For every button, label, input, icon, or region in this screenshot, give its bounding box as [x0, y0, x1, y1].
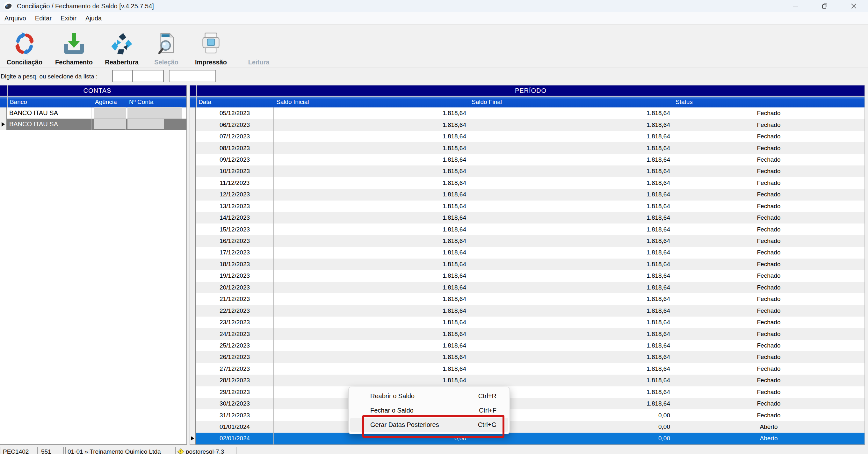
toolbar-fechamento-button[interactable]: Fechamento	[49, 26, 99, 66]
status-cell[interactable]: Fechado	[673, 374, 865, 386]
status-cell[interactable]: Fechado	[673, 398, 865, 410]
saldo-inicial-cell[interactable]: 1.818,64	[274, 340, 469, 351]
bank-name-cell[interactable]: BANCO ITAU SA	[7, 108, 91, 119]
restore-button[interactable]	[810, 0, 839, 12]
saldo-inicial-cell[interactable]: 1.818,64	[274, 247, 469, 258]
contas-table-row[interactable]: BANCO ITAU SA	[0, 108, 186, 119]
status-cell[interactable]: Fechado	[673, 410, 865, 421]
saldo-inicial-cell[interactable]: 1.818,64	[274, 223, 469, 235]
column-header-saldo-final[interactable]: Saldo Final	[470, 97, 674, 108]
saldo-final-cell[interactable]: 1.818,64	[469, 177, 673, 189]
date-cell[interactable]: 12/12/2023	[196, 189, 274, 200]
column-header-banco[interactable]: Banco	[8, 97, 93, 108]
saldo-inicial-cell[interactable]: 1.818,64	[274, 154, 469, 165]
status-cell[interactable]: Fechado	[673, 131, 865, 142]
status-cell[interactable]: Fechado	[673, 305, 865, 316]
toolbar-reabertura-button[interactable]: Reabertura	[99, 26, 144, 66]
date-cell[interactable]: 10/12/2023	[196, 165, 274, 177]
date-cell[interactable]: 27/12/2023	[196, 363, 274, 374]
date-cell[interactable]: 08/12/2023	[196, 142, 274, 154]
saldo-inicial-cell[interactable]: 1.818,64	[274, 212, 469, 223]
periodo-table-row[interactable]: 28/12/20231.818,641.818,64Fechado	[190, 374, 865, 386]
row-selector-cell[interactable]	[190, 235, 196, 247]
row-selector-cell[interactable]	[190, 374, 196, 386]
date-cell[interactable]: 15/12/2023	[196, 223, 274, 235]
row-selector-cell[interactable]	[190, 386, 196, 398]
date-cell[interactable]: 11/12/2023	[196, 177, 274, 189]
saldo-inicial-cell[interactable]: 1.818,64	[274, 119, 469, 130]
saldo-inicial-cell[interactable]: 1.818,64	[274, 259, 469, 270]
row-selector-cell[interactable]	[190, 247, 196, 258]
date-cell[interactable]: 20/12/2023	[196, 282, 274, 293]
date-cell[interactable]: 02/01/2024	[196, 433, 274, 444]
saldo-final-cell[interactable]: 1.818,64	[469, 351, 673, 363]
menu-arquivo[interactable]: Arquivo	[0, 12, 31, 24]
menu-ajuda[interactable]: Ajuda	[81, 12, 106, 24]
saldo-final-cell[interactable]: 1.818,64	[469, 108, 673, 119]
status-cell[interactable]: Fechado	[673, 108, 865, 119]
status-cell[interactable]: Fechado	[673, 340, 865, 351]
status-cell[interactable]: Aberto	[673, 433, 865, 444]
date-cell[interactable]: 16/12/2023	[196, 235, 274, 247]
saldo-final-cell[interactable]: 1.818,64	[469, 293, 673, 305]
row-selector-cell[interactable]	[0, 108, 7, 119]
date-cell[interactable]: 09/12/2023	[196, 154, 274, 165]
status-cell[interactable]: Fechado	[673, 363, 865, 374]
row-selector-cell[interactable]	[190, 293, 196, 305]
status-cell[interactable]: Fechado	[673, 212, 865, 223]
search-input-account[interactable]	[169, 70, 216, 82]
saldo-final-cell[interactable]: 1.818,64	[469, 374, 673, 386]
status-cell[interactable]: Fechado	[673, 293, 865, 305]
periodo-table-row[interactable]: 01/01/20240,000,00Aberto	[190, 421, 865, 433]
date-cell[interactable]: 30/12/2023	[196, 398, 274, 410]
periodo-table-row[interactable]: 20/12/20231.818,641.818,64Fechado	[190, 282, 865, 293]
row-selector-cell[interactable]	[190, 154, 196, 165]
saldo-inicial-cell[interactable]: 1.818,64	[274, 328, 469, 339]
saldo-inicial-cell[interactable]: 1.818,64	[274, 201, 469, 212]
row-selector-cell[interactable]	[190, 316, 196, 328]
status-cell[interactable]: Fechado	[673, 270, 865, 281]
row-selector-cell[interactable]	[190, 351, 196, 363]
status-cell[interactable]: Fechado	[673, 316, 865, 328]
periodo-table-row[interactable]: 17/12/20231.818,641.818,64Fechado	[190, 247, 865, 258]
periodo-table-row[interactable]: 06/12/20231.818,641.818,64Fechado	[190, 119, 865, 130]
saldo-final-cell[interactable]: 1.818,64	[469, 223, 673, 235]
periodo-table-row[interactable]: 14/12/20231.818,641.818,64Fechado	[190, 212, 865, 223]
menu-editar[interactable]: Editar	[31, 12, 56, 24]
row-selector-cell[interactable]	[190, 119, 196, 130]
status-cell[interactable]: Fechado	[673, 223, 865, 235]
saldo-inicial-cell[interactable]: 1.818,64	[274, 177, 469, 189]
date-cell[interactable]: 17/12/2023	[196, 247, 274, 258]
date-cell[interactable]: 28/12/2023	[196, 374, 274, 386]
periodo-table-row[interactable]: 08/12/20231.818,641.818,64Fechado	[190, 142, 865, 154]
saldo-final-cell[interactable]: 1.818,64	[469, 247, 673, 258]
column-header-status[interactable]: Status	[674, 97, 865, 108]
periodo-table-row[interactable]: 23/12/20231.818,641.818,64Fechado	[190, 316, 865, 328]
saldo-final-cell[interactable]: 1.818,64	[469, 363, 673, 374]
periodo-table-row[interactable]: 11/12/20231.818,641.818,64Fechado	[190, 177, 865, 189]
row-selector-cell[interactable]	[0, 119, 7, 130]
periodo-table-row[interactable]: 30/12/20231.818,641.818,64Fechado	[190, 398, 865, 410]
periodo-table-row[interactable]: 18/12/20231.818,641.818,64Fechado	[190, 259, 865, 270]
toolbar-conciliacao-button[interactable]: Conciliação	[1, 26, 49, 66]
status-cell[interactable]: Fechado	[673, 351, 865, 363]
row-selector-cell[interactable]	[190, 165, 196, 177]
toolbar-impressao-button[interactable]: Impressão	[189, 26, 233, 66]
status-cell[interactable]: Fechado	[673, 142, 865, 154]
status-cell[interactable]: Aberto	[673, 421, 865, 433]
periodo-table-row[interactable]: 26/12/20231.818,641.818,64Fechado	[190, 351, 865, 363]
search-input-agency[interactable]	[132, 70, 164, 82]
status-cell[interactable]: Fechado	[673, 154, 865, 165]
saldo-final-cell[interactable]: 1.818,64	[469, 142, 673, 154]
periodo-table-row[interactable]: 07/12/20231.818,641.818,64Fechado	[190, 131, 865, 142]
row-selector-cell[interactable]	[190, 410, 196, 421]
periodo-table-row[interactable]: 24/12/20231.818,641.818,64Fechado	[190, 328, 865, 339]
saldo-final-cell[interactable]: 1.818,64	[469, 165, 673, 177]
row-selector-cell[interactable]	[190, 212, 196, 223]
saldo-final-cell[interactable]: 1.818,64	[469, 154, 673, 165]
saldo-final-cell[interactable]: 1.818,64	[469, 305, 673, 316]
saldo-final-cell[interactable]: 1.818,64	[469, 189, 673, 200]
periodo-table-row[interactable]: 09/12/20231.818,641.818,64Fechado	[190, 154, 865, 165]
row-selector-cell[interactable]	[190, 142, 196, 154]
row-selector-cell[interactable]	[190, 259, 196, 270]
